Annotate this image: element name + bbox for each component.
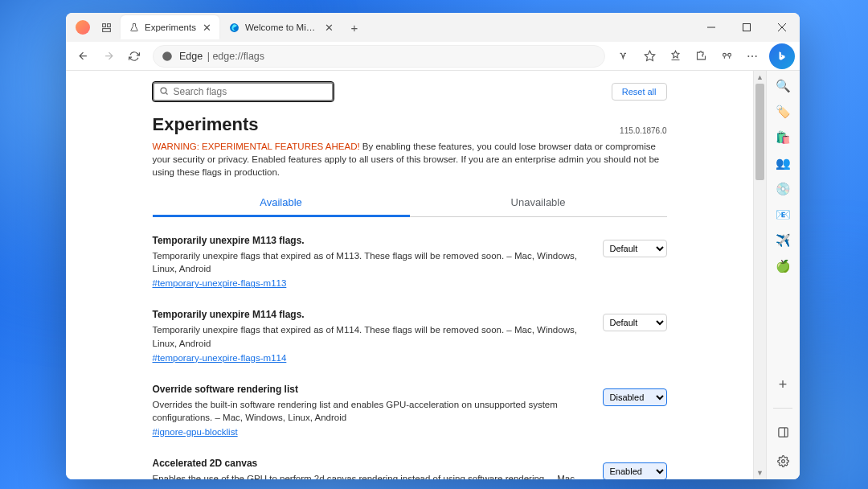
tab-close-icon[interactable]: ✕: [201, 21, 213, 35]
svg-point-15: [161, 88, 166, 93]
flags-tabs: Available Unavailable: [153, 190, 667, 217]
divider: [773, 408, 792, 409]
outlook-icon[interactable]: 📧: [775, 206, 792, 224]
search-icon[interactable]: 🔍: [775, 77, 792, 95]
minimize-button[interactable]: [694, 13, 729, 42]
flag-value-select[interactable]: Disabled: [603, 388, 667, 406]
flag-description: Overrides the built-in software renderin…: [153, 398, 587, 424]
flag-value-select[interactable]: Enabled: [603, 462, 667, 479]
window-controls: [694, 13, 800, 42]
tab-welcome[interactable]: Welcome to Microsoft Edge Can… ✕: [221, 15, 342, 39]
url-text: Edge | edge://flags: [179, 51, 264, 62]
edge-icon: [229, 22, 240, 33]
tab-label: Experiments: [145, 23, 196, 32]
svg-rect-5: [743, 24, 751, 31]
forward-button[interactable]: [96, 44, 121, 68]
scroll-thumb[interactable]: [755, 84, 764, 180]
scroll-up-icon[interactable]: ▲: [754, 71, 766, 84]
favorites-bar-button[interactable]: [663, 44, 687, 68]
shopping-icon[interactable]: 🏷️: [775, 103, 792, 121]
tab-strip: Experiments ✕ Welcome to Microsoft Edge …: [121, 15, 694, 39]
svg-point-14: [755, 55, 757, 57]
version-text: 115.0.1876.0: [620, 126, 666, 135]
edge-sidebar: 🔍🏷️🛍️👥💿📧✈️🍏 +: [766, 71, 800, 479]
svg-point-10: [723, 53, 726, 56]
search-field[interactable]: [174, 86, 327, 97]
bing-chat-button[interactable]: [769, 43, 795, 69]
tab-unavailable[interactable]: Unavailable: [410, 190, 667, 216]
drop-icon[interactable]: ✈️: [775, 232, 792, 249]
flag-description: Temporarily unexpire flags that expired …: [153, 249, 587, 275]
flag-anchor-link[interactable]: #temporary-unexpire-flags-m113: [153, 278, 287, 288]
flag-title: Accelerated 2D canvas: [153, 458, 587, 469]
tab-available[interactable]: Available: [153, 190, 410, 217]
add-sidebar-icon[interactable]: +: [774, 376, 792, 393]
music-icon[interactable]: 🍏: [775, 257, 792, 275]
favorite-button[interactable]: [637, 44, 661, 68]
flag-item: Temporarily unexpire M114 flags. Tempora…: [153, 301, 667, 375]
vertical-scrollbar[interactable]: ▲ ▼: [753, 71, 766, 479]
profile-avatar[interactable]: [76, 20, 90, 35]
flag-item: Temporarily unexpire M113 flags. Tempora…: [153, 227, 667, 301]
flags-list: Temporarily unexpire M113 flags. Tempora…: [153, 227, 667, 479]
flag-item: Override software rendering list Overrid…: [153, 376, 667, 450]
address-bar[interactable]: Edge | edge://flags: [153, 45, 605, 68]
tab-experiments[interactable]: Experiments ✕: [121, 15, 219, 39]
flag-value-select[interactable]: Default: [603, 240, 667, 257]
workspaces-button[interactable]: [95, 16, 117, 39]
flag-anchor-link[interactable]: #ignore-gpu-blocklist: [153, 427, 238, 437]
tab-close-icon[interactable]: ✕: [323, 21, 335, 35]
search-flags-input[interactable]: [153, 82, 334, 101]
svg-point-12: [747, 55, 749, 57]
scroll-down-icon[interactable]: ▼: [754, 466, 766, 479]
flag-anchor-link[interactable]: #temporary-unexpire-flags-m114: [153, 353, 287, 363]
svg-point-11: [727, 53, 731, 56]
svg-rect-1: [107, 23, 110, 27]
navigation-toolbar: Edge | edge://flags: [66, 42, 800, 71]
warning-text: WARNING: EXPERIMENTAL FEATURES AHEAD! By…: [153, 140, 667, 179]
office-icon[interactable]: 💿: [775, 180, 792, 198]
reset-all-button[interactable]: Reset all: [612, 83, 667, 101]
tab-label: Welcome to Microsoft Edge Can…: [245, 23, 318, 32]
flag-title: Temporarily unexpire M114 flags.: [153, 309, 587, 320]
flag-title: Temporarily unexpire M113 flags.: [153, 235, 587, 246]
flag-item: Accelerated 2D canvas Enables the use of…: [153, 450, 667, 479]
collections-button[interactable]: [714, 44, 739, 68]
svg-point-18: [781, 459, 784, 462]
new-tab-button[interactable]: +: [343, 16, 366, 39]
back-button[interactable]: [71, 44, 95, 68]
flag-description: Temporarily unexpire flags that expired …: [153, 323, 587, 349]
page-title: Experiments: [153, 114, 259, 135]
maximize-button[interactable]: [729, 13, 764, 42]
page-content: Reset all Experiments 115.0.1876.0 WARNI…: [66, 71, 753, 479]
content-area: Reset all Experiments 115.0.1876.0 WARNI…: [66, 71, 800, 479]
sidebar-settings-icon[interactable]: [774, 452, 792, 470]
svg-rect-16: [778, 427, 787, 436]
reading-mode-button[interactable]: [612, 44, 636, 68]
svg-point-13: [751, 55, 753, 57]
flask-icon: [129, 22, 140, 33]
refresh-button[interactable]: [122, 44, 146, 68]
titlebar: Experiments ✕ Welcome to Microsoft Edge …: [66, 13, 800, 42]
sidebar-toggle-icon[interactable]: [774, 423, 792, 441]
browser-window: Experiments ✕ Welcome to Microsoft Edge …: [66, 13, 800, 479]
flag-title: Override software rendering list: [153, 384, 587, 395]
games-icon[interactable]: 👥: [775, 154, 792, 172]
extensions-button[interactable]: [689, 44, 713, 68]
svg-point-8: [162, 51, 172, 61]
tools-icon[interactable]: 🛍️: [775, 129, 792, 146]
window-close-button[interactable]: [764, 13, 800, 42]
svg-rect-2: [102, 28, 110, 31]
flag-value-select[interactable]: Default: [603, 314, 667, 331]
settings-button[interactable]: [740, 44, 764, 68]
svg-rect-0: [102, 23, 105, 27]
search-icon: [159, 84, 169, 99]
edge-logo-icon: [162, 51, 173, 62]
flag-description: Enables the use of the GPU to perform 2d…: [153, 472, 587, 479]
